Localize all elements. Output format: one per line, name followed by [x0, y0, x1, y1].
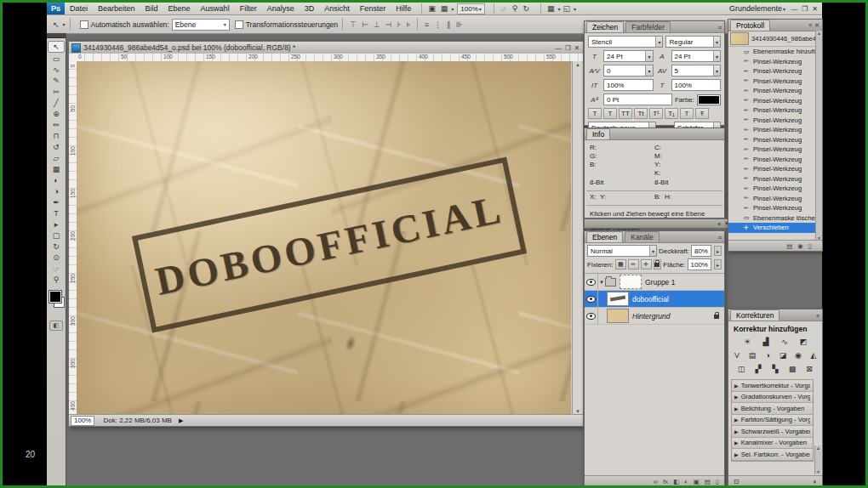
crop-tool[interactable]: ✂	[49, 86, 64, 97]
menu-item[interactable]: Fenster	[355, 4, 391, 13]
history-state[interactable]: Ebenenmaske löschen	[728, 213, 822, 224]
doc-close-button[interactable]: ✕	[574, 44, 580, 52]
horizontal-scale-field[interactable]: 100%	[671, 79, 722, 91]
preset-row[interactable]: ▶ Sel. Farbkorr. - Vorgaben	[732, 449, 813, 461]
layer-row[interactable]: Hintergrund	[585, 308, 724, 325]
align-icon[interactable]: ⊧	[403, 20, 413, 29]
status-zoom-field[interactable]: 100%	[71, 416, 94, 426]
threshold-icon[interactable]: ▚	[768, 364, 782, 374]
levels-icon[interactable]: ▟	[759, 337, 773, 347]
collapse-panel-icon[interactable]: «	[717, 221, 721, 227]
minimize-button[interactable]: —	[791, 5, 797, 13]
baseline-shift-field[interactable]: 0 Pt	[603, 94, 672, 105]
scroll-up-icon[interactable]: ▲	[575, 62, 580, 67]
screen-mode-icon[interactable]: ◱	[561, 4, 574, 13]
align-icon[interactable]: ⊢	[359, 20, 371, 29]
collapse-panel-icon[interactable]: «	[816, 313, 819, 319]
path-selection-tool[interactable]: ▸	[49, 218, 64, 230]
menu-item[interactable]: Ebene	[163, 4, 196, 13]
canvas[interactable]: DOBOOFFICIAL	[77, 61, 571, 415]
adjustment-layer-icon[interactable]: ◐	[684, 478, 688, 485]
history-state[interactable]: Pinsel-Werkzeug	[728, 203, 822, 213]
menu-item[interactable]: 3D	[300, 4, 320, 13]
auto-select-dropdown[interactable]: Ebene▾	[172, 19, 230, 31]
channel-mixer-icon[interactable]: ◭	[807, 350, 820, 360]
layer-thumbnail[interactable]	[607, 292, 629, 306]
visibility-toggle[interactable]	[585, 308, 598, 324]
distribute-icon[interactable]: ≡	[422, 20, 431, 29]
black-white-icon[interactable]: ◪	[776, 350, 790, 360]
layer-style-icon[interactable]: fx	[663, 478, 668, 485]
layer-row[interactable]: doboofficial	[585, 291, 724, 308]
lock-button[interactable]: ✏	[628, 259, 639, 270]
tab-info[interactable]: Info	[586, 128, 610, 139]
history-state[interactable]: Pinsel-Werkzeug	[728, 57, 822, 67]
presets-scrollbar[interactable]: ▲ ▼	[814, 445, 821, 474]
preset-row[interactable]: ▶ Kanalmixer - Vorgaben	[732, 438, 813, 450]
preset-row[interactable]: ▶ Tonwertkorrektur - Vorgaben	[732, 380, 813, 392]
leading-field[interactable]: 24 Pt▾	[671, 50, 722, 62]
layer-thumbnail[interactable]	[620, 275, 642, 289]
panel-menu-icon[interactable]: ≡	[718, 25, 722, 31]
new-layer-icon[interactable]: ▤	[705, 478, 711, 485]
history-state[interactable]: Pinsel-Werkzeug	[728, 184, 822, 194]
vertical-scale-field[interactable]: 100%	[603, 79, 654, 91]
menu-item[interactable]: Analyse	[262, 4, 300, 13]
distribute-icon[interactable]: ⊪	[454, 20, 465, 29]
workspace-switcher[interactable]: Grundelemente▾	[729, 4, 791, 13]
text-style-button[interactable]: T	[680, 108, 694, 119]
kerning-field[interactable]: 0▾	[603, 65, 654, 77]
new-group-icon[interactable]: ▣	[694, 478, 700, 485]
layer-row[interactable]: ▼ Gruppe 1	[585, 274, 724, 291]
posterize-icon[interactable]: ▞	[751, 364, 765, 374]
gradient-map-icon[interactable]: ▩	[785, 364, 799, 374]
new-doc-from-state-icon[interactable]: ▤	[786, 242, 792, 250]
history-state[interactable]: Pinsel-Werkzeug	[728, 77, 822, 87]
brush-tool[interactable]: ✏	[49, 119, 64, 130]
history-brush-tool[interactable]: ↺	[49, 141, 64, 152]
gradient-tool[interactable]: ▦	[49, 163, 64, 174]
history-state[interactable]: Pinsel-Werkzeug	[728, 125, 822, 135]
pen-tool[interactable]: ✒	[49, 196, 64, 207]
font-family-dropdown[interactable]: Stencil▾	[588, 36, 663, 48]
lock-button[interactable]: ✛	[641, 259, 652, 270]
history-state[interactable]: Pinsel-Werkzeug	[728, 66, 822, 77]
menu-item[interactable]: Bild	[140, 4, 163, 13]
layer-name[interactable]: doboofficial	[632, 295, 669, 304]
rotate-view-icon[interactable]: ↻	[520, 4, 532, 13]
selective-color-icon[interactable]: ⊠	[802, 364, 816, 374]
tab-adjustments[interactable]: Korrekturen	[730, 309, 779, 321]
restore-button[interactable]: ❐	[802, 5, 808, 13]
move-tool[interactable]: ↖	[48, 41, 65, 53]
tab-swatches[interactable]: Farbfelder	[625, 21, 671, 32]
align-icon[interactable]: ⊥	[371, 20, 383, 29]
brightness-contrast-icon[interactable]: ☀	[740, 337, 754, 347]
text-style-button[interactable]: T	[588, 108, 602, 119]
text-style-button[interactable]: Ŧ	[695, 108, 709, 119]
color-balance-icon[interactable]: ◑	[761, 350, 774, 360]
lock-all-button[interactable]	[654, 259, 662, 270]
history-state[interactable]: Pinsel-Werkzeug	[728, 135, 822, 145]
layer-name[interactable]: Hintergrund	[632, 312, 670, 321]
align-icon[interactable]: ⊤	[347, 20, 359, 29]
zoom-level-dropdown[interactable]: 100%▾	[457, 3, 484, 14]
dodge-tool[interactable]: ◑	[49, 185, 64, 196]
history-state[interactable]: Pinsel-Werkzeug	[728, 155, 822, 165]
history-state[interactable]: Pinsel-Werkzeug	[728, 194, 822, 204]
clone-stamp-tool[interactable]: ⊓	[49, 130, 64, 141]
quick-mask-button[interactable]: ◧	[49, 321, 63, 331]
clip-to-layer-icon[interactable]: ◗	[813, 478, 817, 485]
hand-pan-icon[interactable]: ☞	[498, 4, 510, 13]
foreground-color-swatch[interactable]	[49, 291, 61, 303]
menu-item[interactable]: Auswahl	[196, 4, 235, 13]
text-color-swatch[interactable]	[697, 94, 721, 105]
exposure-icon[interactable]: ◩	[797, 337, 810, 347]
view-extras-icon[interactable]: ▦	[438, 4, 451, 13]
align-icon[interactable]: ⊣	[383, 20, 395, 29]
vibrance-icon[interactable]: V	[730, 350, 744, 360]
hue-saturation-icon[interactable]: ▤	[745, 350, 759, 360]
text-style-button[interactable]: Tt	[634, 108, 648, 119]
history-state[interactable]: Pinsel-Werkzeug	[728, 96, 822, 106]
history-state[interactable]: Pinsel-Werkzeug	[728, 116, 822, 126]
layer-mask-icon[interactable]: ◧	[673, 478, 679, 485]
